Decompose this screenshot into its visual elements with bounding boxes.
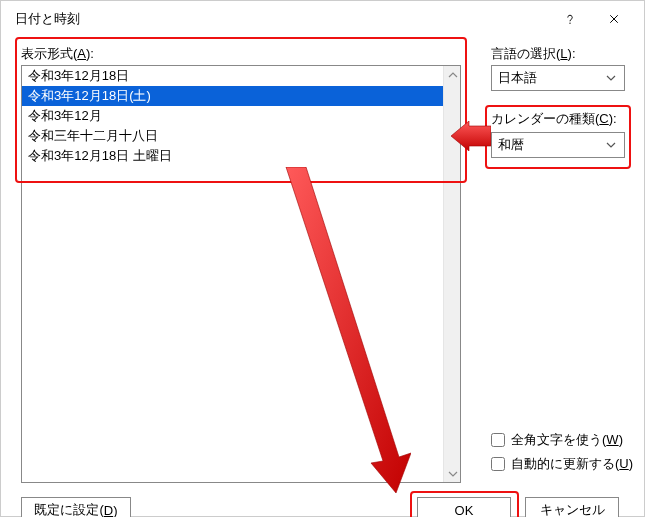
svg-point-0 <box>569 22 570 23</box>
autoupdate-checkbox[interactable]: 自動的に更新する(U) <box>491 455 633 473</box>
fullwidth-label: 全角文字を使う(W) <box>511 431 623 449</box>
fullwidth-checkbox[interactable]: 全角文字を使う(W) <box>491 431 623 449</box>
language-select[interactable]: 日本語 <box>491 65 625 91</box>
dialog-title: 日付と時刻 <box>15 10 548 28</box>
date-time-dialog: 日付と時刻 表示形式(A): 言語の選択(L): カレンダーの種類(C): 令和… <box>0 0 645 517</box>
cancel-button[interactable]: キャンセル <box>525 497 619 517</box>
help-icon <box>564 13 576 25</box>
close-button[interactable] <box>592 5 636 33</box>
highlight-calendar-box <box>485 105 631 169</box>
chevron-down-icon <box>448 469 458 479</box>
close-icon <box>608 13 620 25</box>
chevron-down-icon <box>604 73 618 83</box>
autoupdate-label: 自動的に更新する(U) <box>511 455 633 473</box>
fullwidth-checkbox-input[interactable] <box>491 433 505 447</box>
help-button[interactable] <box>548 5 592 33</box>
titlebar: 日付と時刻 <box>1 1 644 37</box>
highlight-format-box <box>15 37 467 183</box>
dialog-content: 表示形式(A): 言語の選択(L): カレンダーの種類(C): 令和3年12月1… <box>1 37 644 516</box>
language-label: 言語の選択(L): <box>491 45 576 63</box>
highlight-ok-box <box>410 491 519 517</box>
scroll-down-button[interactable] <box>444 465 461 482</box>
autoupdate-checkbox-input[interactable] <box>491 457 505 471</box>
set-default-button[interactable]: 既定に設定(D) <box>21 497 131 517</box>
language-value: 日本語 <box>498 69 604 87</box>
